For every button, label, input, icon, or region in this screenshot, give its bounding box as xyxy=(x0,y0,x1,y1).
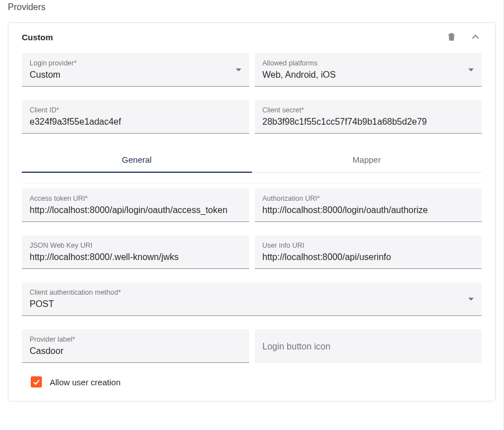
provider-label-label: Provider label* xyxy=(30,336,241,344)
provider-label-input[interactable] xyxy=(30,345,241,357)
allow-user-creation-row: Allow user creation xyxy=(31,376,482,388)
login-button-icon-placeholder: Login button icon xyxy=(263,342,474,352)
client-auth-method-value: POST xyxy=(30,298,474,310)
user-info-uri-label: User info URI xyxy=(263,242,474,250)
jwks-uri-field[interactable]: JSON Web Key URI xyxy=(22,235,249,269)
allowed-platforms-select[interactable]: Allowed platforms Web, Android, iOS xyxy=(255,53,482,87)
access-token-uri-field[interactable]: Access token URI* xyxy=(22,188,249,222)
divider xyxy=(22,183,482,184)
provider-card: Custom Login provider* Custom Allowed pl… xyxy=(8,22,496,401)
client-id-field[interactable]: Client ID* xyxy=(22,100,249,134)
client-id-input[interactable] xyxy=(30,116,241,128)
provider-label-field[interactable]: Provider label* xyxy=(22,329,249,363)
tab-general[interactable]: General xyxy=(22,147,252,172)
allowed-platforms-value: Web, Android, iOS xyxy=(263,69,474,81)
tab-mapper[interactable]: Mapper xyxy=(252,147,482,172)
client-secret-field[interactable]: Client secret* xyxy=(255,100,482,134)
chevron-up-icon xyxy=(469,31,482,43)
login-button-icon-field[interactable]: Login button icon xyxy=(255,329,482,363)
delete-button[interactable] xyxy=(446,31,457,42)
section-title: Providers xyxy=(8,0,496,22)
check-icon xyxy=(32,377,41,386)
user-info-uri-input[interactable] xyxy=(263,251,474,263)
authorization-uri-label: Authorization URI* xyxy=(263,195,474,203)
card-title: Custom xyxy=(22,32,53,42)
login-provider-label: Login provider* xyxy=(30,59,241,68)
client-secret-label: Client secret* xyxy=(263,106,474,115)
authorization-uri-input[interactable] xyxy=(263,204,474,216)
access-token-uri-input[interactable] xyxy=(30,204,241,216)
client-auth-method-label: Client authentication method* xyxy=(30,289,474,297)
jwks-uri-input[interactable] xyxy=(30,251,241,263)
collapse-button[interactable] xyxy=(469,31,482,43)
allowed-platforms-label: Allowed platforms xyxy=(263,59,474,68)
allow-user-creation-label: Allow user creation xyxy=(50,377,121,387)
card-header-actions xyxy=(446,31,482,43)
card-header: Custom xyxy=(22,31,482,43)
access-token-uri-label: Access token URI* xyxy=(30,195,241,203)
allow-user-creation-checkbox[interactable] xyxy=(31,376,42,388)
chevron-down-icon xyxy=(236,68,241,71)
client-secret-input[interactable] xyxy=(263,116,474,128)
jwks-uri-label: JSON Web Key URI xyxy=(30,242,241,250)
login-provider-value: Custom xyxy=(30,69,241,81)
client-id-label: Client ID* xyxy=(30,106,241,115)
tabs: General Mapper xyxy=(22,147,482,173)
chevron-down-icon xyxy=(468,297,474,300)
login-provider-select[interactable]: Login provider* Custom xyxy=(22,53,249,87)
client-auth-method-select[interactable]: Client authentication method* POST xyxy=(22,282,482,316)
user-info-uri-field[interactable]: User info URI xyxy=(255,235,482,269)
trash-icon xyxy=(446,31,457,42)
authorization-uri-field[interactable]: Authorization URI* xyxy=(255,188,482,222)
chevron-down-icon xyxy=(468,68,474,71)
